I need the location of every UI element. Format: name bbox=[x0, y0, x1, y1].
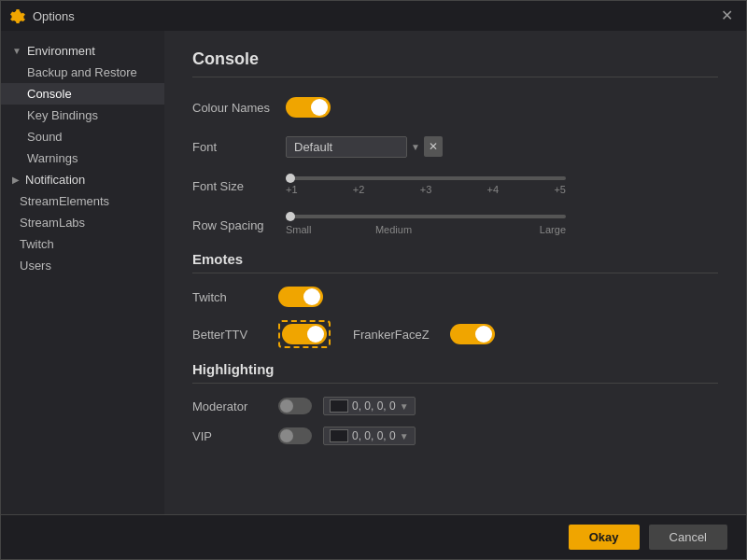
font-size-label-4: +4 bbox=[487, 184, 500, 195]
sidebar-item-label: StreamElements bbox=[20, 194, 109, 208]
sidebar-item-label: Notification bbox=[25, 173, 85, 187]
row-spacing-control: Small Medium Large bbox=[286, 215, 718, 235]
moderator-color-value: 0, 0, 0, 0 bbox=[352, 399, 396, 413]
font-size-label-2: +2 bbox=[353, 184, 365, 195]
sidebar-item-warnings[interactable]: Warnings bbox=[1, 147, 164, 169]
sidebar-item-streamlabs[interactable]: StreamLabs bbox=[1, 212, 164, 233]
vip-color-value: 0, 0, 0, 0 bbox=[352, 429, 396, 442]
font-dropdown-arrow: ▼ bbox=[411, 142, 420, 152]
vip-label: VIP bbox=[192, 429, 267, 443]
sidebar-item-label: Key Bindings bbox=[27, 108, 98, 122]
vip-color-toggle[interactable] bbox=[278, 427, 312, 444]
moderator-color-dropdown-arrow[interactable]: ▼ bbox=[400, 401, 409, 412]
row-spacing-label: Row Spacing bbox=[192, 218, 286, 232]
vip-row: VIP 0, 0, 0, 0 ▼ bbox=[192, 427, 718, 445]
sidebar-item-label: Environment bbox=[27, 44, 95, 58]
moderator-row: Moderator 0, 0, 0, 0 ▼ bbox=[192, 397, 718, 415]
vip-color-swatch bbox=[330, 429, 348, 442]
font-size-thumb[interactable] bbox=[286, 174, 295, 183]
sidebar-item-label: Users bbox=[20, 259, 51, 273]
moderator-color-picker[interactable]: 0, 0, 0, 0 ▼ bbox=[323, 397, 416, 415]
font-size-label: Font Size bbox=[192, 179, 286, 193]
okay-button[interactable]: Okay bbox=[569, 525, 640, 550]
sidebar-item-label: Backup and Restore bbox=[27, 65, 137, 79]
sidebar: ▼ Environment Backup and Restore Console… bbox=[1, 31, 164, 514]
font-size-control: +1 +2 +3 +4 +5 bbox=[286, 176, 718, 195]
colour-names-row: Colour Names bbox=[192, 94, 718, 120]
sidebar-item-streamelements[interactable]: StreamElements bbox=[1, 190, 164, 212]
gear-icon bbox=[10, 8, 25, 23]
console-panel: Console Colour Names Font ▼ ✕ bbox=[164, 31, 746, 514]
font-size-label-3: +3 bbox=[420, 184, 432, 195]
row-spacing-slider-container: Small Medium Large bbox=[286, 215, 566, 235]
font-input[interactable] bbox=[286, 136, 407, 158]
colour-names-toggle[interactable] bbox=[286, 97, 331, 118]
font-size-labels: +1 +2 +3 +4 +5 bbox=[286, 184, 566, 195]
font-label: Font bbox=[192, 140, 286, 154]
vip-toggle-knob bbox=[280, 429, 293, 442]
sidebar-item-environment[interactable]: ▼ Environment bbox=[1, 40, 164, 62]
betterttv-row: BetterTTV FrankerFaceZ bbox=[192, 320, 718, 348]
betterttv-toggle-wrapper bbox=[278, 320, 331, 348]
betterttv-knob bbox=[307, 326, 324, 343]
title-bar: Options ✕ bbox=[1, 1, 746, 31]
sidebar-item-label: Sound bbox=[27, 130, 63, 144]
font-size-row: Font Size +1 +2 +3 +4 +5 bbox=[192, 173, 718, 199]
moderator-color-swatch bbox=[330, 399, 348, 413]
emotes-title: Emotes bbox=[192, 251, 718, 273]
close-button[interactable]: ✕ bbox=[717, 8, 737, 23]
sidebar-item-label: Warnings bbox=[27, 151, 78, 165]
panel-title: Console bbox=[192, 49, 718, 77]
vip-color-picker[interactable]: 0, 0, 0, 0 ▼ bbox=[323, 427, 416, 445]
colour-names-control bbox=[286, 97, 718, 118]
row-spacing-track[interactable] bbox=[286, 215, 566, 218]
window-title: Options bbox=[33, 9, 75, 23]
frankerfacez-knob bbox=[475, 326, 492, 343]
row-spacing-thumb[interactable] bbox=[286, 212, 295, 221]
sidebar-item-sound[interactable]: Sound bbox=[1, 126, 164, 147]
footer: Okay Cancel bbox=[1, 514, 746, 559]
sidebar-item-label: StreamLabs bbox=[20, 216, 85, 230]
sidebar-item-backup-restore[interactable]: Backup and Restore bbox=[1, 62, 164, 83]
moderator-toggle-knob bbox=[280, 399, 293, 413]
betterttv-label: BetterTTV bbox=[192, 328, 267, 342]
font-control: ▼ ✕ bbox=[286, 136, 718, 158]
title-bar-left: Options bbox=[10, 8, 75, 23]
vip-color-dropdown-arrow[interactable]: ▼ bbox=[400, 431, 409, 441]
sidebar-item-users[interactable]: Users bbox=[1, 255, 164, 276]
sidebar-item-label: Twitch bbox=[20, 237, 54, 251]
frankerfacez-toggle[interactable] bbox=[450, 324, 495, 344]
highlighting-title: Highlighting bbox=[192, 361, 718, 384]
main-content: ▼ Environment Backup and Restore Console… bbox=[1, 31, 746, 514]
row-spacing-medium: Medium bbox=[375, 224, 412, 235]
sidebar-item-key-bindings[interactable]: Key Bindings bbox=[1, 105, 164, 126]
expand-arrow: ▶ bbox=[12, 175, 20, 185]
moderator-color-toggle[interactable] bbox=[278, 398, 312, 414]
row-spacing-row: Row Spacing Small Medium Large bbox=[192, 212, 718, 238]
font-size-label-5: +5 bbox=[554, 184, 566, 195]
expand-arrow: ▼ bbox=[12, 46, 21, 56]
font-size-track[interactable] bbox=[286, 176, 566, 180]
row-spacing-small: Small bbox=[286, 224, 312, 235]
row-spacing-labels: Small Medium Large bbox=[286, 224, 566, 235]
sidebar-item-label: Console bbox=[27, 87, 72, 101]
twitch-emotes-row: Twitch bbox=[192, 287, 718, 307]
row-spacing-large: Large bbox=[540, 224, 566, 235]
sidebar-item-notification[interactable]: ▶ Notification bbox=[1, 169, 164, 190]
frankerfacez-label: FrankerFaceZ bbox=[353, 328, 430, 342]
font-clear-button[interactable]: ✕ bbox=[424, 136, 443, 157]
betterttv-toggle[interactable] bbox=[282, 324, 327, 344]
colour-names-label: Colour Names bbox=[192, 101, 286, 115]
font-row: Font ▼ ✕ bbox=[192, 133, 718, 160]
moderator-label: Moderator bbox=[192, 399, 267, 413]
twitch-toggle[interactable] bbox=[278, 287, 323, 307]
twitch-toggle-knob bbox=[303, 288, 320, 305]
options-window: Options ✕ ▼ Environment Backup and Resto… bbox=[0, 0, 747, 560]
twitch-emotes-label: Twitch bbox=[192, 290, 267, 304]
cancel-button[interactable]: Cancel bbox=[649, 525, 727, 550]
colour-names-knob bbox=[311, 99, 328, 116]
font-size-label-1: +1 bbox=[286, 184, 298, 195]
font-size-slider-container: +1 +2 +3 +4 +5 bbox=[286, 176, 566, 195]
sidebar-item-console[interactable]: Console bbox=[1, 83, 164, 105]
sidebar-item-twitch[interactable]: Twitch bbox=[1, 233, 164, 255]
